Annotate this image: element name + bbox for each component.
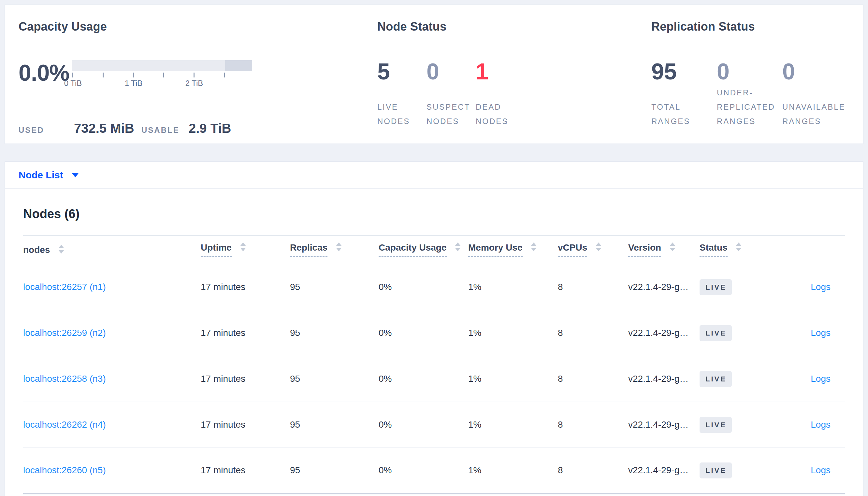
node-link[interactable]: localhost:26258 (n3) xyxy=(23,374,106,384)
node-link[interactable]: localhost:26260 (n5) xyxy=(23,465,106,475)
logs-link[interactable]: Logs xyxy=(811,328,830,338)
tick-label-1: 1 TiB xyxy=(125,79,143,88)
capacity-usage-chart: 0.0% 0 TiB 1 TiB 2 TiB xyxy=(18,60,377,90)
logs-link[interactable]: Logs xyxy=(811,465,830,475)
cluster-overview-page: Capacity Usage 0.0% 0 TiB 1 TiB 2 TiB xyxy=(0,4,868,496)
column-header-uptime[interactable]: Uptime xyxy=(201,236,290,264)
suspect-nodes-stat: 0 SUSPECT NODES xyxy=(426,60,476,128)
cell-vcpus: 8 xyxy=(558,402,628,448)
replication-status-title: Replication Status xyxy=(651,20,863,33)
capacity-bar-ticks xyxy=(72,71,252,77)
cell-version: v22.1.4-29-g… xyxy=(628,402,700,448)
sort-icon xyxy=(336,243,342,251)
cell-vcpus: 8 xyxy=(558,264,628,310)
cell-memory: 1% xyxy=(468,448,558,494)
cell-version: v22.1.4-29-g… xyxy=(628,356,700,402)
nodes-table-title: Nodes (6) xyxy=(23,207,845,221)
column-header-version[interactable]: Version xyxy=(628,236,700,264)
cell-vcpus: 8 xyxy=(558,356,628,402)
replication-status-section: Replication Status 95 TOTAL RANGES 0 UND… xyxy=(651,5,863,143)
view-selector-bar: Node List xyxy=(4,161,864,189)
unavailable-ranges-stat: 0 UNAVAILABLE RANGES xyxy=(782,60,848,128)
total-ranges-value: 95 xyxy=(651,60,717,83)
sort-icon xyxy=(58,245,64,253)
logs-link[interactable]: Logs xyxy=(811,282,830,292)
column-header-vcpus[interactable]: vCPUs xyxy=(558,236,628,264)
cell-version: v22.1.4-29-g… xyxy=(628,448,700,494)
node-link[interactable]: localhost:26262 (n4) xyxy=(23,419,106,430)
logs-link[interactable]: Logs xyxy=(811,374,830,384)
used-value: 732.5 MiB xyxy=(74,121,141,136)
nodes-table: nodes Uptime Replicas Capacity Usage xyxy=(23,235,845,494)
capacity-usage-title: Capacity Usage xyxy=(18,20,377,33)
table-row-n4: localhost:26262 (n4) 17 minutes 95 0% 1%… xyxy=(23,402,845,448)
chevron-down-icon xyxy=(72,173,79,177)
column-header-memory-use[interactable]: Memory Use xyxy=(468,236,558,264)
status-badge: LIVE xyxy=(700,279,732,295)
node-status-stats: 5 LIVE NODES 0 SUSPECT NODES 1 DEAD NODE… xyxy=(377,60,651,128)
table-header-row: nodes Uptime Replicas Capacity Usage xyxy=(23,236,845,264)
cell-replicas: 95 xyxy=(290,448,379,494)
status-badge: LIVE xyxy=(700,371,732,387)
cell-uptime: 17 minutes xyxy=(201,356,290,402)
total-ranges-stat: 95 TOTAL RANGES xyxy=(651,60,717,128)
node-list-dropdown-label: Node List xyxy=(18,170,63,181)
cell-capacity: 0% xyxy=(379,448,468,494)
status-badge: LIVE xyxy=(700,417,732,433)
used-label: USED xyxy=(18,126,74,135)
status-badge: LIVE xyxy=(700,463,732,478)
table-row-n3: localhost:26258 (n3) 17 minutes 95 0% 1%… xyxy=(23,356,845,402)
cell-memory: 1% xyxy=(468,356,558,402)
column-header-logs xyxy=(775,236,845,264)
sort-icon xyxy=(736,243,742,251)
cell-replicas: 95 xyxy=(290,264,379,310)
column-header-replicas[interactable]: Replicas xyxy=(290,236,379,264)
cell-uptime: 17 minutes xyxy=(201,402,290,448)
live-nodes-value: 5 xyxy=(377,60,426,83)
capacity-bar-track xyxy=(72,60,252,71)
suspect-nodes-label: SUSPECT NODES xyxy=(426,100,472,128)
live-nodes-label: LIVE NODES xyxy=(377,100,423,128)
cell-uptime: 17 minutes xyxy=(201,448,290,494)
column-header-nodes[interactable]: nodes xyxy=(23,236,201,264)
table-row-n1: localhost:26257 (n1) 17 minutes 95 0% 1%… xyxy=(23,264,845,310)
status-badge: LIVE xyxy=(700,325,732,341)
sort-icon xyxy=(531,243,537,251)
logs-link[interactable]: Logs xyxy=(811,419,830,430)
cell-replicas: 95 xyxy=(290,310,379,356)
node-link[interactable]: localhost:26257 (n1) xyxy=(23,282,106,292)
dead-nodes-stat: 1 DEAD NODES xyxy=(476,60,525,128)
sort-icon xyxy=(455,243,461,251)
table-row-n2: localhost:26259 (n2) 17 minutes 95 0% 1%… xyxy=(23,310,845,356)
under-replicated-ranges-value: 0 xyxy=(717,60,782,83)
capacity-bar-tick-labels: 0 TiB 1 TiB 2 TiB xyxy=(72,79,252,90)
suspect-nodes-value: 0 xyxy=(426,60,476,83)
dead-nodes-label: DEAD NODES xyxy=(476,100,521,128)
cluster-summary-panel: Capacity Usage 0.0% 0 TiB 1 TiB 2 TiB xyxy=(4,4,864,144)
cell-memory: 1% xyxy=(468,264,558,310)
nodes-table-panel: Nodes (6) nodes Uptime xyxy=(4,189,864,496)
column-header-capacity-usage[interactable]: Capacity Usage xyxy=(379,236,468,264)
node-list-dropdown[interactable]: Node List xyxy=(18,170,79,181)
capacity-used-usable-row: USED 732.5 MiB USABLE 2.9 TiB xyxy=(18,121,377,136)
cell-vcpus: 8 xyxy=(558,448,628,494)
cell-memory: 1% xyxy=(468,402,558,448)
sort-icon xyxy=(670,243,675,251)
replication-status-stats: 95 TOTAL RANGES 0 UNDER-REPLICATED RANGE… xyxy=(651,60,863,128)
node-link[interactable]: localhost:26259 (n2) xyxy=(23,328,106,338)
capacity-bar: 0 TiB 1 TiB 2 TiB xyxy=(72,60,252,90)
capacity-bar-dark-segment xyxy=(225,60,252,71)
usable-value: 2.9 TiB xyxy=(189,121,231,136)
dead-nodes-value: 1 xyxy=(476,60,525,83)
tick-label-0: 0 TiB xyxy=(64,79,82,88)
cell-version: v22.1.4-29-g… xyxy=(628,310,700,356)
column-header-status[interactable]: Status xyxy=(700,236,775,264)
live-nodes-stat: 5 LIVE NODES xyxy=(377,60,426,128)
cell-vcpus: 8 xyxy=(558,310,628,356)
node-status-section: Node Status 5 LIVE NODES 0 SUSPECT NODES… xyxy=(377,5,651,143)
table-row-n5: localhost:26260 (n5) 17 minutes 95 0% 1%… xyxy=(23,448,845,494)
tick-label-2: 2 TiB xyxy=(185,79,203,88)
under-replicated-ranges-stat: 0 UNDER-REPLICATED RANGES xyxy=(717,60,782,128)
cell-capacity: 0% xyxy=(379,402,468,448)
cell-uptime: 17 minutes xyxy=(201,310,290,356)
